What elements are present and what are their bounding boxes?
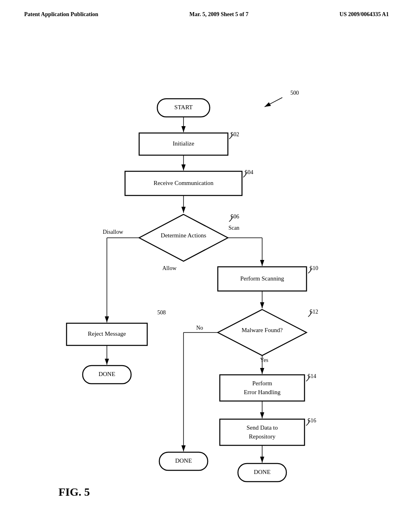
perform-scanning-label: Perform Scanning xyxy=(240,275,284,282)
done3-label: DONE xyxy=(254,469,271,475)
header-left: Patent Application Publication xyxy=(24,11,98,18)
svg-line-1 xyxy=(265,98,282,107)
start-label: START xyxy=(174,104,192,110)
reject-message-label: Reject Message xyxy=(88,330,126,337)
send-data-label2: Repository xyxy=(249,433,275,440)
header-right: US 2009/0064335 A1 xyxy=(340,11,389,18)
done2-label: DONE xyxy=(175,457,192,464)
allow-label: Allow xyxy=(163,265,177,271)
receive-comm-label: Receive Communication xyxy=(154,180,214,186)
send-data-node xyxy=(220,419,305,445)
header-center: Mar. 5, 2009 Sheet 5 of 7 xyxy=(189,11,248,18)
flowchart-diagram: 500 START Initialize 502 Receive Communi… xyxy=(0,32,413,532)
disallow-label: Disallow xyxy=(103,229,123,235)
done1-label: DONE xyxy=(98,371,115,377)
ref-508: 508 xyxy=(157,310,166,316)
fig-label: FIG. 5 xyxy=(58,486,90,498)
send-data-label1: Send Data to xyxy=(246,424,277,431)
ref-500: 500 xyxy=(290,90,299,96)
initialize-label: Initialize xyxy=(173,140,194,147)
yes-label: Yes xyxy=(260,357,268,363)
perform-error-node xyxy=(220,375,305,401)
perform-error-label2: Error Handling xyxy=(244,389,281,395)
page-header: Patent Application Publication Mar. 5, 2… xyxy=(0,0,413,18)
determine-actions-label: Determine Actions xyxy=(161,232,206,239)
perform-error-label1: Perform xyxy=(252,380,272,387)
no-label: No xyxy=(196,325,203,331)
scan-label: Scan xyxy=(228,225,239,231)
malware-found-label: Malware Found? xyxy=(242,327,283,333)
